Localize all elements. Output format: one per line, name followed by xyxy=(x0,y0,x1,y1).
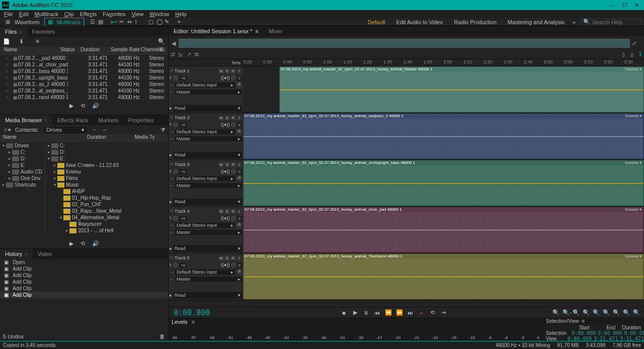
loop-icon[interactable]: ⟲ xyxy=(80,103,85,109)
tree-row[interactable]: ▸D: xyxy=(0,155,45,162)
tree-row[interactable]: ▸Audio CD xyxy=(0,168,45,175)
track-handle-icon[interactable]: ⁙ xyxy=(170,209,174,214)
slip-tool-icon[interactable]: ⇔ xyxy=(127,19,134,26)
volume-knob[interactable] xyxy=(173,75,178,80)
track-toggle-icon[interactable]: ⇄ xyxy=(169,51,177,59)
menu-multitrack[interactable]: Multitrack xyxy=(33,11,60,17)
input-dropdown[interactable]: Default Stereo Input▸ xyxy=(175,176,235,181)
solo-button[interactable]: S xyxy=(224,255,230,261)
input-dropdown[interactable]: Default Stereo Input▸ xyxy=(175,223,235,228)
track-name[interactable]: Track 2 xyxy=(175,115,217,120)
automation-mode-dropdown[interactable]: Read▾ xyxy=(173,245,242,252)
mb-filter-icon[interactable]: ⧩ xyxy=(160,127,165,133)
mb-autoplay-icon[interactable]: 🔊 xyxy=(92,240,99,247)
zoom-in-v-icon[interactable]: 🔍 xyxy=(593,309,600,316)
volume-value[interactable]: +0 xyxy=(179,76,187,80)
track-name[interactable]: Track 5 xyxy=(175,255,217,260)
clip-lane[interactable]: 07.08.2013_my animal_master_82_bpm_02.07… xyxy=(243,113,644,160)
output-dropdown[interactable]: Master▸ xyxy=(175,90,242,95)
fx-icon[interactable]: fx xyxy=(177,51,185,59)
skip-selection-button[interactable]: ⇥ xyxy=(440,309,448,317)
tab-video[interactable]: Video xyxy=(33,249,57,259)
tab-files[interactable]: Files≡ xyxy=(0,27,27,37)
zoom-in-icon[interactable]: 🔍+ xyxy=(552,309,559,316)
zoom-out-point-icon[interactable]: 🔍 xyxy=(623,309,630,316)
track-handle-icon[interactable]: ⁙ xyxy=(170,255,174,260)
filter-icon[interactable]: 🔍 xyxy=(158,38,165,45)
tree-row[interactable]: ▾E: xyxy=(45,155,168,162)
file-row[interactable]: ⁙▦07.08.2...bass 48000 1.wav3:31.4714800… xyxy=(0,68,168,74)
file-row[interactable]: ⁙▦07.08.2...al_seqbass_2.wav3:31.4714410… xyxy=(0,88,168,94)
workspace-more-icon[interactable]: » xyxy=(573,19,576,25)
forward-icon[interactable]: → xyxy=(102,127,107,133)
workspace-mastering[interactable]: Mastering and Analysis xyxy=(505,19,568,25)
tree-row[interactable]: ▸One Driv xyxy=(0,175,45,182)
open-file-icon[interactable]: 📄 xyxy=(3,38,10,45)
pan-knob[interactable] xyxy=(231,122,236,127)
pan-value[interactable]: 0 xyxy=(237,169,242,174)
automation-mode-dropdown[interactable]: Read▾ xyxy=(173,105,242,112)
time-ruler[interactable]: hms 0:200:300:400:501:001:101:201:301:40… xyxy=(169,59,644,66)
tree-row[interactable]: ▸E: xyxy=(0,162,45,168)
solo-button[interactable]: S xyxy=(224,115,230,121)
menu-help[interactable]: Help xyxy=(173,11,189,17)
go-start-button[interactable]: ⏮ xyxy=(373,309,381,317)
view-end[interactable]: 3:31.471 xyxy=(594,336,615,341)
overview-left-icon[interactable]: ◀ xyxy=(172,40,177,47)
heal-tool-icon[interactable]: ⌖ xyxy=(178,19,185,26)
pan-value[interactable]: 0 xyxy=(237,76,242,80)
search-help-field[interactable]: 🔍 xyxy=(581,18,641,26)
fx-slot[interactable]: ⊘ xyxy=(236,129,242,135)
solo-button[interactable]: S xyxy=(224,68,230,74)
pause-button[interactable]: ⏸ xyxy=(362,309,370,317)
trash-icon[interactable]: 🗑 xyxy=(159,333,165,339)
tree-row[interactable]: ▸Кинг Стивен - 11.22.63 xyxy=(45,162,168,168)
time-selection-tool-icon[interactable]: I xyxy=(135,19,142,26)
audio-clip[interactable]: 07.08.2013_my animal_master_82_bpm_02.07… xyxy=(243,253,644,300)
import-icon[interactable]: ⬇ xyxy=(19,38,26,45)
clip-lane[interactable]: 07.08.2013_my animal_master_82_bpm_02.07… xyxy=(243,160,644,207)
clip-lane[interactable]: 07.08.2013_my animal_master_82_bpm_02.07… xyxy=(243,253,644,300)
menu-effects[interactable]: Effects xyxy=(78,11,99,17)
volume-knob[interactable] xyxy=(173,216,178,221)
brush-tool-icon[interactable]: ✎ xyxy=(165,19,172,26)
volume-knob[interactable] xyxy=(173,263,178,268)
eq-icon[interactable]: ⧉ xyxy=(193,51,201,59)
history-item[interactable]: ▣Add Clip xyxy=(0,279,168,285)
automation-mode-dropdown[interactable]: Read▾ xyxy=(173,152,242,158)
lasso-tool-icon[interactable]: ◯ xyxy=(156,19,164,26)
monitor-button[interactable]: I xyxy=(236,115,242,121)
mute-button[interactable]: M xyxy=(218,209,224,214)
arm-button[interactable]: R xyxy=(230,68,236,74)
search-input[interactable] xyxy=(592,19,632,25)
minimize-button[interactable]: — xyxy=(610,2,615,9)
stop-button[interactable]: ■ xyxy=(340,309,348,317)
play-file-icon[interactable]: ▶ xyxy=(69,103,73,109)
autoplay-icon[interactable]: 🔊 xyxy=(92,103,99,109)
file-row[interactable]: ⁙▦07.08.2...upright_bass.wav3:31.4714410… xyxy=(0,74,168,81)
menu-edit[interactable]: Edit xyxy=(17,11,31,17)
tree-row[interactable]: Факультет xyxy=(45,221,168,227)
zoom-selection-icon[interactable]: 🔍 xyxy=(583,309,590,316)
tab-history[interactable]: History≡ xyxy=(0,249,33,259)
tree-row[interactable]: ▸Films xyxy=(45,175,168,182)
clip-lane[interactable]: 07.08.2013_my animal_master_82_bpm_02.07… xyxy=(243,207,644,253)
menu-view[interactable]: View xyxy=(129,11,145,17)
history-item[interactable]: ▣Add Clip xyxy=(0,266,168,272)
pan-value[interactable]: 0 xyxy=(237,123,242,127)
tree-row[interactable]: 02_Рэп_СНГ xyxy=(45,201,168,208)
playhead-icon[interactable]: ↧ xyxy=(636,51,644,59)
input-dropdown[interactable]: Default Stereo Input▸ xyxy=(175,270,235,275)
tree-row[interactable]: ▸Клипы xyxy=(45,168,168,175)
audio-clip[interactable]: 07.08.2013_my animal_master_82_bpm_02.07… xyxy=(279,66,644,113)
workspace-default[interactable]: Default xyxy=(365,19,388,25)
view-start[interactable]: 0:00.000 xyxy=(568,336,589,341)
contents-dropdown[interactable]: Drives▾ xyxy=(43,126,88,134)
automation-mode-dropdown[interactable]: Read▾ xyxy=(173,292,242,299)
output-dropdown[interactable]: Master▸ xyxy=(175,277,242,282)
clip-lane[interactable]: 07.08.2013_my animal_master_82_bpm_02.07… xyxy=(243,66,644,113)
move-tool-icon[interactable]: ▸+ xyxy=(111,19,118,26)
tree-row[interactable]: ▸C: xyxy=(0,149,45,155)
back-icon[interactable]: ← xyxy=(92,127,98,133)
tree-row[interactable]: ▸Shortcuts xyxy=(0,182,45,188)
